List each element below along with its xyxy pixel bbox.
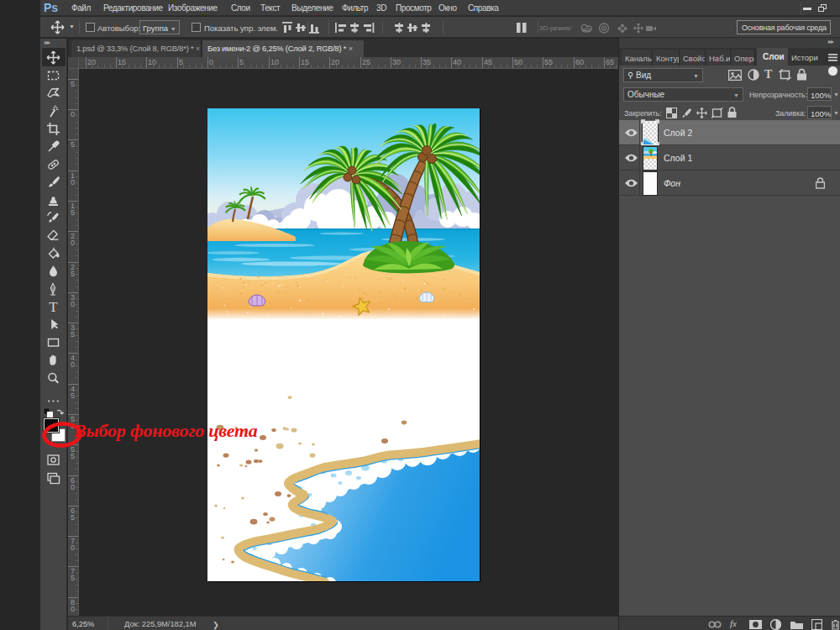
- svg-text:T: T: [49, 300, 58, 314]
